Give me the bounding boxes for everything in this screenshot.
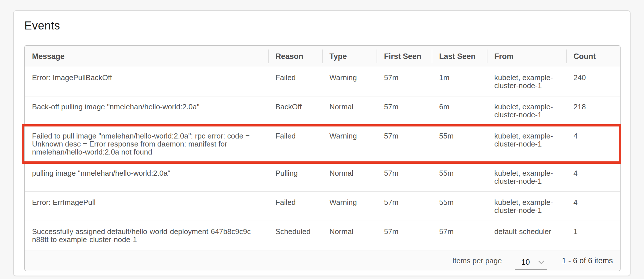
cell-count: 240 — [566, 67, 620, 96]
cell-reason: BackOff — [268, 96, 322, 125]
events-card: Events Message Reason Type First Seen La… — [13, 10, 631, 276]
cell-count: 4 — [566, 125, 620, 162]
cell-from: kubelet, example-cluster-node-1 — [487, 96, 566, 125]
table-header-row: Message Reason Type First Seen Last Seen… — [25, 46, 620, 67]
events-table: Message Reason Type First Seen Last Seen… — [24, 45, 621, 271]
cell-type: Normal — [322, 221, 377, 250]
cell-type: Normal — [322, 96, 377, 125]
table-row: Successfully assigned default/hello-worl… — [25, 221, 620, 250]
cell-message: Failed to pull image "nmelehan/hello-wor… — [25, 125, 268, 162]
column-header-last-seen: Last Seen — [432, 46, 487, 67]
page-title: Events — [24, 18, 619, 33]
cell-count: 218 — [566, 96, 620, 125]
cell-from: kubelet, example-cluster-node-1 — [487, 125, 566, 162]
cell-message: Back-off pulling image "nmelehan/hello-w… — [25, 96, 268, 125]
cell-message: Error: ImagePullBackOff — [25, 67, 268, 96]
cell-type: Normal — [322, 162, 377, 191]
cell-first-seen: 57m — [377, 125, 432, 162]
cell-last-seen: 55m — [432, 125, 487, 162]
column-header-from: From — [487, 46, 566, 67]
cell-message: pulling image "nmelehan/hello-world:2.0a… — [25, 162, 268, 191]
chevron-down-icon — [538, 258, 544, 264]
cell-last-seen: 55m — [432, 162, 487, 191]
table-row: pulling image "nmelehan/hello-world:2.0a… — [25, 162, 620, 191]
cell-last-seen: 55m — [432, 191, 487, 221]
cell-reason: Failed — [268, 125, 322, 162]
table-row-highlighted: Failed to pull image "nmelehan/hello-wor… — [25, 125, 620, 162]
cell-first-seen: 57m — [377, 96, 432, 125]
column-header-message: Message — [25, 46, 268, 67]
cell-from: default-scheduler — [487, 221, 566, 250]
items-per-page-label: Items per page — [452, 257, 502, 265]
items-per-page-value: 10 — [521, 258, 530, 266]
cell-type: Warning — [322, 191, 377, 221]
items-per-page-select[interactable]: 10 — [515, 256, 547, 270]
cell-reason: Scheduled — [268, 221, 322, 250]
pagination-range-text: 1 - 6 of 6 items — [562, 257, 613, 265]
cell-count: 4 — [566, 162, 620, 191]
cell-first-seen: 57m — [377, 67, 432, 96]
table-row: Error: ErrImagePull Failed Warning 57m 5… — [25, 191, 620, 221]
column-header-type: Type — [322, 46, 377, 67]
cell-reason: Failed — [268, 191, 322, 221]
column-header-count: Count — [566, 46, 620, 67]
cell-count: 1 — [566, 221, 620, 250]
pagination: Items per page 10 1 - 6 of 6 items — [32, 250, 613, 271]
cell-reason: Failed — [268, 67, 322, 96]
cell-last-seen: 57m — [432, 221, 487, 250]
cell-first-seen: 57m — [377, 191, 432, 221]
cell-first-seen: 57m — [377, 221, 432, 250]
column-header-first-seen: First Seen — [377, 46, 432, 67]
table-row: Error: ImagePullBackOff Failed Warning 5… — [25, 67, 620, 96]
cell-first-seen: 57m — [377, 162, 432, 191]
cell-type: Warning — [322, 67, 377, 96]
cell-count: 4 — [566, 191, 620, 221]
cell-last-seen: 1m — [432, 67, 487, 96]
cell-reason: Pulling — [268, 162, 322, 191]
table-footer-row: Items per page 10 1 - 6 of 6 items — [25, 250, 620, 271]
cell-type: Warning — [322, 125, 377, 162]
cell-from: kubelet, example-cluster-node-1 — [487, 162, 566, 191]
table-row: Back-off pulling image "nmelehan/hello-w… — [25, 96, 620, 125]
cell-last-seen: 6m — [432, 96, 487, 125]
cell-message: Error: ErrImagePull — [25, 191, 268, 221]
column-header-reason: Reason — [268, 46, 322, 67]
cell-message: Successfully assigned default/hello-worl… — [25, 221, 268, 250]
cell-from: kubelet, example-cluster-node-1 — [487, 67, 566, 96]
cell-from: kubelet, example-cluster-node-1 — [487, 191, 566, 221]
table-footer: Items per page 10 1 - 6 of 6 items — [25, 250, 620, 271]
